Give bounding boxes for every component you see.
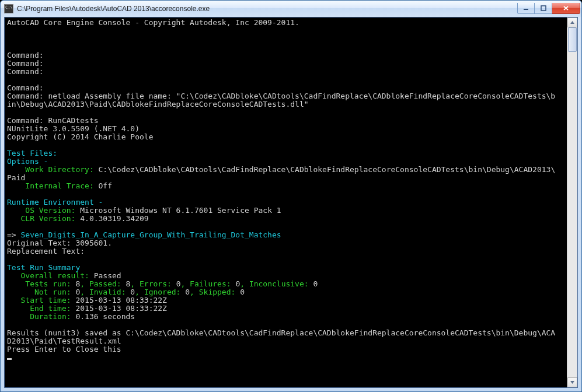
- scroll-down-button[interactable]: [567, 377, 577, 387]
- chevron-up-icon: [570, 20, 575, 25]
- console-text: Passed: [94, 271, 121, 280]
- console-text: Command:: [7, 83, 44, 92]
- console-text: Internal Trace:: [7, 181, 99, 190]
- console-text: Tests run:: [7, 279, 75, 288]
- console-text: Start time:: [7, 296, 75, 304]
- console-text: 2015-03-13 08:33:22Z: [75, 304, 167, 313]
- console-text: AutoCAD Core Engine Console - Copyright …: [7, 18, 299, 27]
- app-icon: [4, 4, 13, 13]
- console-text: 0.136 seconds: [75, 312, 135, 321]
- console-text: Seven_Digits_In_A_Capture_Group_With_Tra…: [20, 230, 281, 239]
- console-text: Command: netload Assembly file name: "C:…: [7, 92, 555, 108]
- console-text: Not run:: [7, 288, 75, 296]
- console-text: Off: [99, 181, 112, 190]
- console-text: , Skipped:: [190, 288, 240, 296]
- console-text: 0: [185, 288, 190, 296]
- console-text: Microsoft Windows NT 6.1.7601 Service Pa…: [80, 206, 281, 215]
- vertical-scrollbar[interactable]: [567, 18, 577, 387]
- console-text: Test Files:: [7, 149, 57, 158]
- console-text: Options -: [7, 157, 48, 166]
- close-icon: [563, 5, 569, 11]
- minimize-button[interactable]: [517, 3, 535, 14]
- console-text: OS Version:: [7, 206, 80, 215]
- scroll-up-button[interactable]: [567, 18, 577, 27]
- maximize-button[interactable]: [535, 3, 552, 14]
- console-text: End time:: [7, 304, 75, 313]
- console-text: , Inconclusive:: [240, 279, 313, 288]
- console-text: , Passed:: [80, 279, 126, 288]
- console-text: Results (nunit3) saved as C:\Codez\CADbl…: [7, 328, 555, 345]
- console-text: Test Run Summary: [7, 263, 80, 272]
- console-text: Overall result:: [7, 271, 94, 280]
- console-window: C:\Program Files\Autodesk\AutoCAD 2013\a…: [0, 0, 582, 392]
- scroll-thumb[interactable]: [568, 27, 577, 52]
- console-text: 0: [130, 288, 135, 296]
- console-text: , Errors:: [130, 279, 176, 288]
- maximize-icon: [541, 5, 546, 11]
- console-text: Command:: [7, 67, 44, 76]
- console-text: , Failures:: [180, 279, 235, 288]
- close-button[interactable]: [552, 3, 580, 14]
- console-text: CLR Version:: [7, 214, 80, 223]
- client-area: AutoCAD Core Engine Console - Copyright …: [4, 17, 578, 388]
- chevron-down-icon: [570, 380, 575, 385]
- console-text: 0: [313, 279, 318, 288]
- console-text: Copyright (C) 2014 Charlie Poole: [7, 132, 153, 141]
- console-text: Work Directory:: [7, 165, 99, 174]
- console-text: Duration:: [7, 312, 75, 321]
- console-text: Command: RunCADtests: [7, 116, 99, 125]
- window-title: C:\Program Files\Autodesk\AutoCAD 2013\a…: [17, 5, 517, 13]
- console-output[interactable]: AutoCAD Core Engine Console - Copyright …: [5, 18, 567, 387]
- console-text: 0: [240, 288, 245, 296]
- console-text: Original Text: 3095601.: [7, 239, 112, 247]
- console-text: , Invalid:: [80, 288, 130, 296]
- cursor: [7, 358, 12, 360]
- console-text: Command:: [7, 51, 44, 60]
- console-text: Replacement Text:: [7, 247, 85, 256]
- console-text: =>: [7, 230, 20, 239]
- titlebar[interactable]: C:\Program Files\Autodesk\AutoCAD 2013\a…: [1, 1, 581, 17]
- console-text: Command:: [7, 59, 44, 68]
- console-text: 4.0.30319.34209: [80, 214, 148, 223]
- minimize-icon: [523, 5, 529, 11]
- window-controls: [517, 4, 580, 14]
- console-text: NUnitLite 3.0.5509 (.NET 4.0): [7, 124, 140, 133]
- console-text: , Ignored:: [135, 288, 185, 296]
- scroll-track[interactable]: [567, 27, 577, 377]
- console-text: Press Enter to Close this: [7, 345, 121, 354]
- svg-rect-1: [541, 6, 546, 10]
- console-text: Runtime Environment -: [7, 198, 103, 206]
- console-text: 2015-03-13 08:33:22Z: [75, 296, 167, 304]
- svg-rect-0: [524, 9, 528, 10]
